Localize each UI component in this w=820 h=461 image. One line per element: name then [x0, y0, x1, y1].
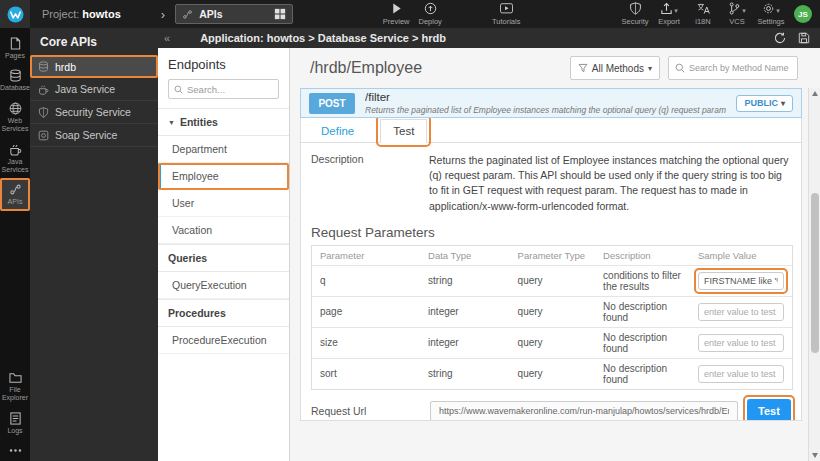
- sidebar-item-label: APIs: [0, 198, 30, 206]
- endpoint-group-header-entities[interactable]: ▼Entities: [158, 108, 289, 136]
- endpoint-item-user[interactable]: User: [158, 190, 289, 217]
- wavemaker-logo[interactable]: [0, 0, 30, 28]
- data-type: string: [420, 358, 510, 389]
- topbar: Project: howtos › APIs PreviewDeployTuto…: [0, 0, 820, 28]
- sidebar-item-logs[interactable]: Logs: [0, 407, 30, 439]
- refresh-icon[interactable]: [774, 32, 786, 44]
- core-api-item-hrdb[interactable]: hrdb: [30, 55, 158, 78]
- description-text: Returns the paginated list of Employee i…: [429, 153, 791, 214]
- content-scrollbar[interactable]: [808, 88, 820, 461]
- endpoint-group-entities: ▼EntitiesDepartmentEmployeeUserVacation: [158, 108, 289, 244]
- sidebar-item-label: Databases: [0, 84, 30, 92]
- deploy-button[interactable]: Deploy: [413, 2, 447, 26]
- main-content: /hrdb/Employee All Methods ▾ POST /filte…: [290, 48, 820, 461]
- data-type: integer: [420, 327, 510, 358]
- endpoint-card-header[interactable]: POST /filter Returns the paginated list …: [300, 88, 802, 118]
- endpoint-item-queryexecution[interactable]: QueryExecution: [158, 272, 289, 299]
- sidebar-item-label: Web Services: [0, 117, 30, 134]
- sidebar-item-databases[interactable]: Databases: [0, 64, 30, 96]
- apis-tab[interactable]: APIs: [175, 4, 293, 24]
- methods-filter-dropdown[interactable]: All Methods ▾: [570, 56, 660, 80]
- tab-test[interactable]: Test: [380, 119, 427, 143]
- sidebar-item-web-services[interactable]: Web Services: [0, 97, 30, 138]
- parameter-type: query: [510, 265, 596, 296]
- parameter-row-size: sizeintegerqueryNo description found: [312, 327, 793, 358]
- tutorials-button[interactable]: Tutorials: [489, 2, 523, 26]
- database-icon: [9, 69, 22, 82]
- visibility-dropdown[interactable]: PUBLIC ▾: [736, 95, 793, 112]
- endpoint-group-label: Procedures: [168, 307, 226, 319]
- search-icon: [174, 85, 183, 94]
- collapse-panel-icon[interactable]: «: [158, 32, 174, 44]
- sidebar-item-pages[interactable]: Pages: [0, 32, 30, 64]
- sample-value-input-page[interactable]: [698, 303, 784, 321]
- vcs-button[interactable]: ▾VCS: [720, 2, 754, 26]
- core-api-item-security-service[interactable]: Security Service: [30, 101, 158, 124]
- test-button[interactable]: Test: [747, 399, 791, 421]
- endpoint-group-label: Queries: [168, 252, 207, 264]
- shield-icon: [38, 107, 49, 118]
- sidebar-item-label: Logs: [0, 427, 30, 435]
- endpoint-item-vacation[interactable]: Vacation: [158, 217, 289, 244]
- endpoint-item-employee[interactable]: Employee: [158, 163, 289, 190]
- method-search[interactable]: [668, 56, 798, 80]
- security-button[interactable]: Security: [618, 2, 652, 26]
- sidebar-item-more[interactable]: [0, 439, 30, 461]
- parameter-row-q: qstringqueryconditions to filter the res…: [312, 265, 793, 296]
- data-type: string: [420, 265, 510, 296]
- sample-value-cell: [690, 358, 793, 389]
- i18n-button[interactable]: i18N: [686, 2, 720, 26]
- method-search-input[interactable]: [689, 63, 791, 73]
- triangle-down-icon: ▼: [168, 119, 175, 126]
- scroll-down-arrow[interactable]: [812, 453, 818, 458]
- endpoints-title: Endpoints: [158, 48, 289, 79]
- scrollbar-thumb[interactable]: [811, 193, 819, 353]
- column-header: Parameter Type: [510, 245, 596, 265]
- folder-icon: [9, 371, 22, 384]
- core-api-label: Java Service: [55, 83, 115, 95]
- sample-value-input-q[interactable]: [698, 272, 784, 290]
- sample-value-input-size[interactable]: [698, 334, 784, 352]
- sidebar-item-file-explorer[interactable]: File Explorer: [0, 366, 30, 407]
- request-url-input[interactable]: [430, 401, 738, 421]
- service-title: /hrdb/Employee: [310, 59, 562, 77]
- settings-button[interactable]: ▾Settings: [754, 2, 788, 26]
- description-label: Description: [311, 153, 429, 214]
- user-avatar[interactable]: JS: [794, 5, 812, 23]
- save-icon[interactable]: [798, 32, 810, 44]
- search-icon: [675, 63, 685, 73]
- core-api-item-java-service[interactable]: Java Service: [30, 78, 158, 101]
- endpoint-group-header-queries[interactable]: Queries: [158, 244, 289, 272]
- core-api-item-soap-service[interactable]: Soap Service: [30, 124, 158, 147]
- column-header: Parameter: [312, 245, 421, 265]
- sidebar-item-label: Java Services: [0, 158, 30, 175]
- sample-value-input-sort[interactable]: [698, 365, 784, 383]
- database-icon: [38, 61, 49, 72]
- endpoint-item-procedureexecution[interactable]: ProcedureExecution: [158, 327, 289, 354]
- core-apis-panel: Core APIs hrdbJava ServiceSecurity Servi…: [30, 28, 158, 461]
- wavemaker-logo-icon: [7, 6, 24, 23]
- scroll-up-arrow[interactable]: [812, 91, 818, 96]
- endpoints-search-input[interactable]: [187, 84, 273, 95]
- chevron-right-icon[interactable]: ›: [161, 8, 165, 21]
- sidebar-item-apis[interactable]: APIs: [0, 178, 30, 210]
- parameter-description: No description found: [595, 327, 690, 358]
- test-button-highlight: Test: [747, 399, 791, 421]
- preview-button[interactable]: Preview: [379, 2, 413, 26]
- core-api-label: hrdb: [55, 61, 76, 73]
- parameter-description: No description found: [595, 358, 690, 389]
- parameter-description: No description found: [595, 296, 690, 327]
- sidebar-item-java-services[interactable]: Java Services: [0, 138, 30, 179]
- tab-define[interactable]: Define: [309, 120, 366, 142]
- sample-value-cell: [690, 327, 793, 358]
- visibility-value: PUBLIC: [744, 98, 778, 108]
- export-button[interactable]: ▾Export: [652, 2, 686, 26]
- endpoint-item-department[interactable]: Department: [158, 136, 289, 163]
- core-apis-title: Core APIs: [30, 28, 158, 55]
- parameter-row-page: pageintegerqueryNo description found: [312, 296, 793, 327]
- action-label: Security: [621, 17, 648, 26]
- endpoint-path: /filter: [365, 91, 726, 105]
- endpoints-search[interactable]: [168, 79, 279, 99]
- endpoint-group-header-procedures[interactable]: Procedures: [158, 299, 289, 327]
- grid-icon[interactable]: [274, 8, 286, 20]
